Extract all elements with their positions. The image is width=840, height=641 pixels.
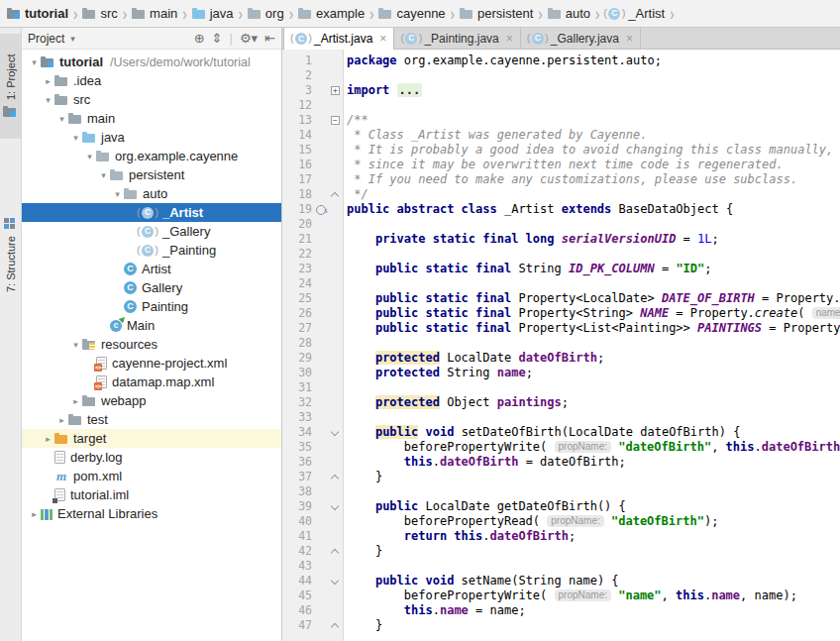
editor-code[interactable]: package org.example.cayenne.persistent.a… — [344, 50, 840, 641]
fold-marker-icon[interactable] — [329, 574, 342, 588]
class-abs-icon: C — [142, 245, 154, 257]
tree-row[interactable]: mpom.xml — [22, 467, 281, 485]
code-token: ... — [397, 83, 423, 97]
close-icon[interactable]: × — [379, 32, 386, 46]
tree-expand-arrow-icon[interactable]: ▸ — [42, 434, 54, 444]
editor-tab[interactable]: C_Painting.java× — [394, 28, 520, 49]
fold-marker-icon[interactable] — [329, 187, 342, 202]
tree-row[interactable]: C_Painting — [22, 241, 281, 260]
class-main-icon: c — [110, 320, 122, 332]
breadcrumb-item[interactable]: example — [298, 6, 365, 21]
ide-window: tutorial›src›main›java›org›example›cayen… — [0, 0, 840, 641]
chevron-down-icon[interactable]: ▾ — [70, 34, 75, 44]
breadcrumb-item[interactable]: cayenne — [378, 6, 445, 21]
tree-label: src — [73, 92, 90, 107]
tree-row[interactable]: ▸webapp — [22, 391, 281, 410]
code-token: public void — [375, 574, 454, 588]
gutter-line: 47 — [282, 618, 343, 633]
breadcrumb-item[interactable]: C_Artist — [604, 6, 665, 21]
tool-window-tab-structure[interactable]: 7: Structure — [0, 194, 21, 315]
tree-row[interactable]: CPainting — [22, 297, 281, 316]
tree-row[interactable]: ▾resources — [22, 335, 281, 354]
tree-expand-arrow-icon[interactable]: ▾ — [69, 340, 82, 350]
code-line: public static final String ID_PK_COLUMN … — [347, 262, 840, 276]
code-line: * since it may be overwritten next time … — [347, 158, 840, 172]
tree-row[interactable]: CArtist — [22, 260, 281, 278]
tree-expand-arrow-icon[interactable]: ▾ — [97, 170, 110, 180]
tree-row[interactable]: derby.log — [22, 448, 281, 467]
fold-marker-icon[interactable] — [329, 470, 342, 484]
collapse-all-icon[interactable]: ⇕ — [212, 31, 223, 46]
code-line — [347, 217, 840, 232]
code-token — [347, 321, 375, 335]
editor-body[interactable]: 123+1213−1415161718192021222324252627282… — [282, 50, 840, 641]
code-token: void — [426, 425, 455, 439]
tree-expand-arrow-icon[interactable]: ▾ — [69, 133, 82, 143]
breadcrumb-item[interactable]: persistent — [460, 6, 533, 21]
tree-row[interactable]: ▾persistent — [22, 165, 281, 184]
hide-panel-icon[interactable]: ⇤ — [264, 31, 275, 46]
tree-expand-arrow-icon[interactable]: ▾ — [111, 189, 124, 199]
code-line: } — [347, 470, 840, 484]
tree-row[interactable]: cayenne-project.xml — [22, 354, 281, 373]
editor-tab[interactable]: C_Artist.java× — [283, 28, 394, 50]
fold-marker-icon[interactable] — [329, 425, 342, 440]
tree-row[interactable]: ▸.idea — [22, 71, 281, 90]
lib-icon — [41, 508, 52, 520]
code-line — [347, 380, 840, 395]
code-token: name — [497, 366, 526, 379]
fold-marker-icon[interactable]: − — [331, 116, 340, 125]
tree-row[interactable]: ▾org.example.cayenne — [22, 147, 281, 165]
tree-row[interactable]: cMain — [22, 316, 281, 335]
gutter-line: 27 — [282, 321, 343, 336]
tree-row[interactable]: C_Gallery — [22, 222, 281, 241]
tree-expand-arrow-icon[interactable]: ▾ — [55, 114, 68, 124]
gutter-icon-slot — [312, 172, 329, 187]
fold-marker-icon[interactable]: + — [331, 86, 340, 95]
tree-row[interactable]: datamap.map.xml — [22, 373, 281, 391]
fold-slot — [329, 128, 342, 143]
code-token: LocalDate getDateOfBirth() { — [418, 499, 626, 513]
fold-marker-icon[interactable] — [329, 544, 342, 559]
tree-expand-arrow-icon[interactable]: ▾ — [83, 152, 96, 161]
fold-slot — [329, 395, 342, 410]
tree-expand-arrow-icon[interactable]: ▸ — [28, 509, 41, 519]
breadcrumb-item[interactable]: java — [192, 6, 234, 21]
tree-row[interactable]: ▾tutorial/Users/demo/work/tutorial — [22, 53, 281, 71]
fold-marker-icon[interactable] — [329, 618, 342, 633]
gutter-line: 33 — [282, 410, 343, 425]
tree-expand-arrow-icon[interactable]: ▾ — [42, 95, 54, 105]
settings-icon[interactable]: ⚙▾ — [240, 31, 258, 46]
locate-icon[interactable]: ⊕ — [194, 31, 205, 46]
breadcrumb-item[interactable]: auto — [548, 6, 590, 21]
breadcrumb-item[interactable]: org — [248, 6, 284, 21]
fold-slot — [329, 232, 342, 247]
tree-row[interactable]: tutorial.iml — [22, 485, 281, 504]
tree-row[interactable]: ▸target — [22, 429, 281, 448]
folder-icon — [68, 413, 82, 427]
tree-row[interactable]: ▸test — [22, 410, 281, 429]
tree-expand-arrow-icon[interactable]: ▸ — [55, 415, 68, 425]
tree-row[interactable]: ▸External Libraries — [22, 504, 281, 523]
tree-row[interactable]: ▾main — [22, 109, 281, 128]
tree-expand-arrow-icon[interactable]: ▸ — [42, 76, 54, 86]
breadcrumb-item[interactable]: src — [82, 6, 117, 21]
tree-expand-arrow-icon[interactable]: ▾ — [28, 57, 41, 67]
code-token — [347, 529, 404, 543]
fold-marker-icon[interactable] — [329, 499, 342, 514]
breadcrumb-item[interactable]: tutorial — [7, 6, 68, 21]
tree-row[interactable]: ▾java — [22, 128, 281, 147]
close-icon[interactable]: × — [506, 32, 513, 46]
tree-row[interactable]: CGallery — [22, 278, 281, 297]
tree-expand-arrow-icon[interactable]: ▸ — [69, 396, 82, 406]
project-panel-title[interactable]: Project — [28, 32, 64, 46]
breadcrumb-item[interactable]: main — [132, 6, 177, 21]
tree-row[interactable]: ▾auto — [22, 184, 281, 203]
tree-row[interactable]: C_Artist — [22, 203, 281, 222]
code-token: "dateOfBirth" — [618, 440, 711, 454]
close-icon[interactable]: × — [626, 32, 633, 46]
tool-window-tab-project[interactable]: 1: Project — [0, 34, 21, 139]
tree-row[interactable]: ▾src — [22, 90, 281, 109]
editor-tab[interactable]: C_Gallery.java× — [521, 28, 641, 49]
editor-tab-label: _Artist.java — [314, 32, 372, 46]
